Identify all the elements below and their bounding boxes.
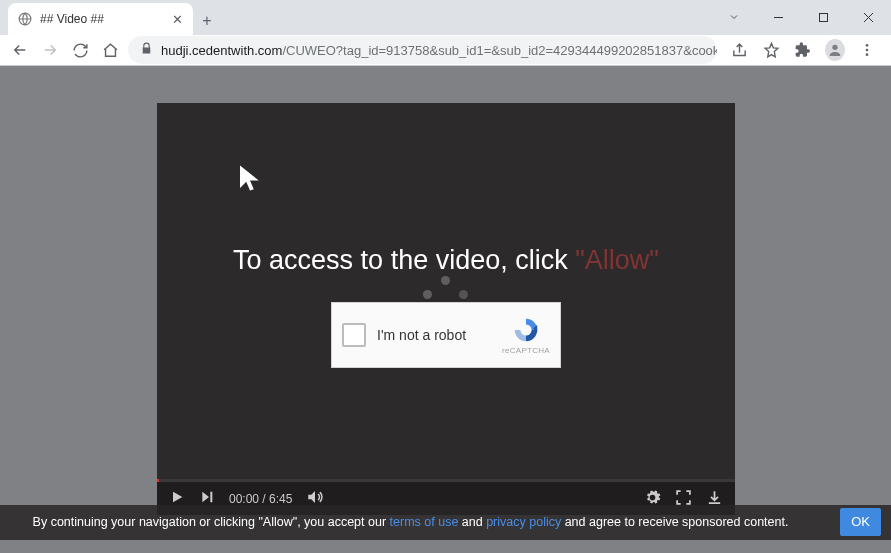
svg-point-7 xyxy=(866,49,869,52)
tab-close-icon[interactable]: ✕ xyxy=(172,12,183,27)
lock-icon xyxy=(140,42,153,58)
footer-pre: By continuing your navigation or clickin… xyxy=(33,515,390,529)
share-icon[interactable] xyxy=(729,42,749,59)
tab-title: ## Video ## xyxy=(40,12,104,26)
tablist-dropdown-icon[interactable] xyxy=(711,0,756,34)
captcha-label: I'm not a robot xyxy=(377,327,466,343)
terms-link[interactable]: terms of use xyxy=(390,515,459,529)
window-minimize-button[interactable] xyxy=(756,0,801,34)
captcha-box[interactable]: I'm not a robot reCAPTCHA xyxy=(331,302,561,368)
captcha-checkbox[interactable] xyxy=(342,323,366,347)
footer-post: and agree to receive sponsored content. xyxy=(561,515,788,529)
forward-button xyxy=(38,38,62,62)
time-display: 00:00 / 6:45 xyxy=(229,492,292,506)
headline-text: To access to the video, click "Allow" xyxy=(157,245,735,276)
reload-button[interactable] xyxy=(68,38,92,62)
current-time: 00:00 xyxy=(229,492,259,506)
window-close-button[interactable] xyxy=(846,0,891,34)
recaptcha-brand: reCAPTCHA xyxy=(502,346,550,355)
consent-bar: By continuing your navigation or clickin… xyxy=(0,505,891,540)
address-bar[interactable]: hudji.cedentwith.com/CUWEO?tag_id=913758… xyxy=(128,36,717,64)
browser-tab[interactable]: ## Video ## ✕ xyxy=(8,3,193,35)
home-button[interactable] xyxy=(98,38,122,62)
ok-button[interactable]: OK xyxy=(840,508,881,536)
svg-rect-2 xyxy=(820,13,828,21)
window-maximize-button[interactable] xyxy=(801,0,846,34)
extensions-icon[interactable] xyxy=(793,42,813,58)
footer-and1: and xyxy=(458,515,486,529)
back-button[interactable] xyxy=(8,38,32,62)
headline-allow: "Allow" xyxy=(575,245,659,275)
url-domain: hudji.cedentwith.com xyxy=(161,43,282,58)
new-tab-button[interactable]: + xyxy=(193,7,221,35)
page-viewport: To access to the video, click "Allow" I'… xyxy=(0,66,891,553)
url-rest: /CUWEO?tag_id=913758&sub_id1=&sub_id2=42… xyxy=(282,43,717,58)
cursor-icon xyxy=(235,161,265,199)
browser-chrome: ## Video ## ✕ + xyxy=(0,0,891,66)
bookmark-icon[interactable] xyxy=(761,42,781,59)
recaptcha-logo: reCAPTCHA xyxy=(502,316,550,355)
privacy-link[interactable]: privacy policy xyxy=(486,515,561,529)
globe-icon xyxy=(18,12,32,26)
svg-point-5 xyxy=(832,45,837,50)
video-player: To access to the video, click "Allow" I'… xyxy=(157,103,735,515)
menu-icon[interactable] xyxy=(857,42,877,58)
duration: 6:45 xyxy=(269,492,292,506)
svg-point-8 xyxy=(866,54,869,57)
headline-before: To access to the video, click xyxy=(233,245,575,275)
profile-avatar[interactable] xyxy=(825,39,845,61)
svg-point-6 xyxy=(866,44,869,47)
